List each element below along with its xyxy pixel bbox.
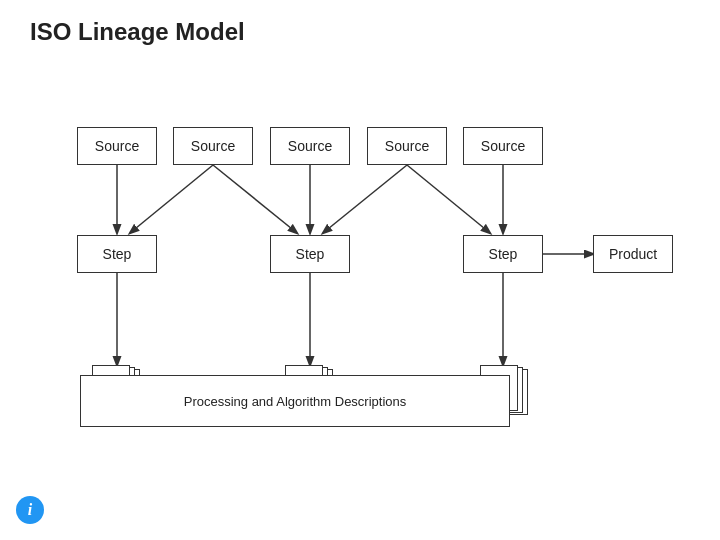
source-box-4: Source <box>367 127 447 165</box>
svg-line-4 <box>323 165 407 233</box>
page-title: ISO Lineage Model <box>30 18 245 46</box>
processing-box: Processing and Algorithm Descriptions <box>80 375 510 427</box>
source-box-3: Source <box>270 127 350 165</box>
source-box-1: Source <box>77 127 157 165</box>
svg-line-3 <box>213 165 297 233</box>
step-box-3: Step <box>463 235 543 273</box>
info-icon[interactable]: i <box>16 496 44 524</box>
diagram-area: Source Source Source Source Source Step … <box>30 70 690 500</box>
step-box-1: Step <box>77 235 157 273</box>
svg-line-5 <box>407 165 490 233</box>
step-box-2: Step <box>270 235 350 273</box>
source-box-5: Source <box>463 127 543 165</box>
svg-line-1 <box>130 165 213 233</box>
source-box-2: Source <box>173 127 253 165</box>
product-box: Product <box>593 235 673 273</box>
